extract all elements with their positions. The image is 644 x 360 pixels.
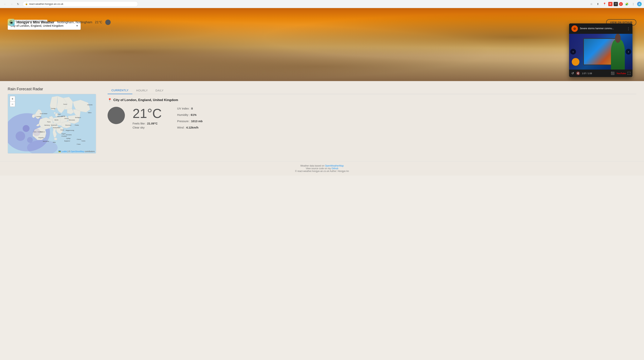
time-total: 1:08 [588,72,592,74]
bookmark-icon[interactable]: ☆ [589,1,594,7]
zoom-out-button[interactable]: − [10,102,15,107]
feels-like-value: 21.09°C [147,122,158,125]
browser-actions: ☆ ⬆ 📍 R 🎬 ● 🧩 ⋮ A [589,1,642,7]
weather-location: 📍 City of London, England, United Kingdo… [108,98,636,102]
tab-hourly[interactable]: HOURLY [132,87,152,94]
video-next-button[interactable]: › [626,49,631,54]
pressure-value: 1013 mb [191,120,202,123]
pressure-stat: Pressure : 1013 mb [177,120,203,123]
video-controls: ↺ 🔇 1:07 / 1:08 ⬛ YouTube ⛶ [569,70,632,77]
video-card: ⚙ Severe storms hammer commu... ⋮ ‹ › [569,24,632,77]
svg-text:Romania: Romania [66,134,72,136]
weather-temp-area: 21°C Feels like : 21.09°C Clear sky [132,107,162,129]
address-bar[interactable]: 🔒 react-weather.hongye-an.co.uk [23,1,138,7]
zoom-in-button[interactable]: + [10,96,15,102]
share-icon[interactable]: ⬆ [595,1,600,7]
time-current: 1:07 [582,72,586,74]
humidity-value: 61% [191,113,196,116]
map-title: Rain Forecast Radar [8,87,96,91]
video-thumbnail [569,34,632,70]
map-section: Rain Forecast Radar + − [8,87,96,154]
header-left: 🌤 Hongye's Mini Weather Nottingham, Nott… [8,19,111,26]
reload-button[interactable]: ↻ [15,1,21,7]
map-container[interactable]: + − [8,94,96,154]
svg-text:España: España [38,137,44,138]
video-menu-icon[interactable]: ⋮ [627,26,630,31]
svg-text:Great Britain: Great Britain [40,113,47,114]
map-zoom-controls: + − [10,96,15,107]
svg-text:Беларусь: Беларусь [75,117,81,118]
weather-main-display: 21°C Feels like : 21.09°C Clear sky UV i… [108,107,636,129]
svg-text:Tallinn: Tallinn [88,112,92,113]
humidity-stat: Humidity : 61% [177,113,203,116]
svg-text:Italia: Italia [53,142,56,143]
weather-location-text: City of London, England, United Kingdom [113,98,178,102]
svg-text:Hrvatska: Hrvatska [62,136,67,137]
weather-description: Clear sky [132,126,162,129]
svg-text:Berlin: Berlin [54,119,58,121]
svg-text:Стана: Стана [77,144,80,145]
ext2-icon: 🎬 [614,2,618,6]
video-time: 1:07 / 1:08 [582,72,609,74]
hero-section: 🌤 Hongye's Mini Weather Nottingham, Nott… [0,8,644,81]
svg-text:Hamburg: Hamburg [44,124,50,126]
sun-graphic [572,58,580,66]
svg-point-37 [23,125,30,132]
uv-label: UV index : [177,107,190,110]
svg-text:Magyarország: Magyarország [66,130,74,131]
svg-text:France: France [40,131,45,133]
weather-feels-like: Feels like : 21.09°C [132,122,162,125]
video-player[interactable]: ‹ › [569,34,632,70]
presenter-figure [611,39,625,70]
svg-text:Slovensko: Slovensko [65,124,72,126]
svg-text:Nederland: Nederland [51,124,57,126]
footer-line3: © react-weather.hongye-an.co.uk Author: … [3,170,641,172]
osm-link[interactable]: OpenStreetMap [70,150,84,152]
svg-text:Sverige: Sverige [51,108,56,109]
attribution-suffix: contributors [85,150,95,152]
openweathermap-link[interactable]: OpenWeatherMap [325,164,344,167]
forward-button[interactable]: → [9,1,14,7]
header-temp: 21°C [95,20,102,24]
header-dot [105,20,111,25]
weather-stats: UV index : 0 Humidity : 61% Pressure : 1… [177,107,203,129]
profile-icon[interactable]: A [637,2,642,6]
leaflet-link[interactable]: Leaflet [61,150,67,152]
wind-label: Wind : [177,126,186,129]
tab-daily[interactable]: DAILY [152,87,167,94]
uv-stat: UV index : 0 [177,107,203,110]
github-source-link[interactable]: Github [332,167,338,170]
header-location: Nottingham, Nottingham [57,20,92,24]
back-button[interactable]: ← [2,1,8,7]
mute-button[interactable]: 🔇 [576,71,580,76]
video-header: ⚙ Severe storms hammer commu... ⋮ [569,24,632,34]
video-channel-icon: ⚙ [572,25,578,32]
svg-text:Warszawa: Warszawa [68,119,75,121]
presenter-head [615,34,621,43]
location-icon[interactable]: 📍 [602,1,607,7]
wind-stat: Wind : 4.12km/h [177,126,203,129]
youtube-label: YouTube [616,72,626,74]
lock-icon: 🔒 [25,3,28,5]
svg-text:Latvija: Latvija [62,116,65,117]
tab-currently[interactable]: CURRENTLY [108,87,132,94]
fullscreen-button[interactable]: ⛶ [628,72,630,75]
extensions-icon[interactable]: 🧩 [624,1,630,7]
replay-button[interactable]: ↺ [571,71,574,76]
subtitles-button[interactable]: ⬛ [610,71,615,76]
humidity-label: Humidity : [177,113,190,116]
svg-text:Lietuva: Lietuva [64,118,69,119]
url-text: react-weather.hongye-an.co.uk [29,2,64,6]
logo-emoji: 🌤 [10,20,13,24]
feels-like-label: Feels like : [132,122,146,125]
settings-icon[interactable]: ⋮ [630,1,636,7]
video-prev-button[interactable]: ‹ [570,49,576,54]
svg-text:Сpбиja: Сpбиja [66,138,70,139]
svg-text:Paris: Paris [47,121,50,123]
footer-text1: Weather data based on [300,164,324,167]
weather-section: CURRENTLY HOURLY DAILY 📍 City of London,… [108,87,636,154]
europe-map: London Paris Berlin Helsinki Warszawa Da… [8,94,96,153]
channel-icon-symbol: ⚙ [573,27,576,30]
svg-text:Suomi: Suomi [64,104,67,105]
app-footer: Weather data based on OpenWeatherMap Vie… [0,161,644,176]
